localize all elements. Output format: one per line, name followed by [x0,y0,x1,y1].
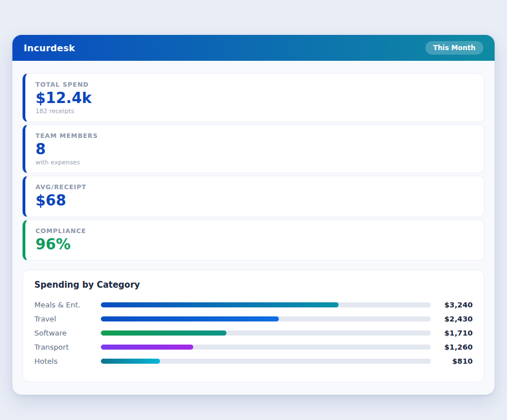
chart-row: Meals & Ent. $3,240 [34,298,473,312]
chart-category-label: Transport [34,343,101,351]
dashboard-panel: Incurdesk This Month TOTAL SPEND $12.4k … [12,35,495,395]
stats-list: TOTAL SPEND $12.4k 182 receipts TEAM MEM… [23,73,484,261]
chart-category-label: Travel [34,315,101,323]
chart-row: Transport $1,260 [34,340,473,354]
bar-fill [101,302,339,307]
stat-subtext: 182 receipts [35,108,474,115]
stat-card: AVG/RECEIPT $68 [23,176,484,217]
stat-value: 8 [35,141,474,158]
stat-value: $68 [35,192,474,209]
app-header: Incurdesk This Month [12,35,495,61]
spending-by-category-card: Spending by Category Meals & Ent. $3,240… [23,270,484,382]
chart-value-label: $810 [431,357,473,365]
chart-row: Travel $2,430 [34,312,473,326]
stat-value: $12.4k [35,90,474,107]
chart-value-label: $3,240 [431,301,473,309]
stat-label: AVG/RECEIPT [35,184,474,191]
stat-label: TEAM MEMBERS [35,132,474,140]
chart-category-label: Meals & Ent. [34,301,101,309]
bar-fill [101,345,193,350]
chart-row: Software $1,710 [34,326,473,340]
stat-card: COMPLIANCE 96% [23,220,484,261]
bar-fill [101,330,226,336]
stat-card: TEAM MEMBERS 8 with expenses [23,124,484,173]
chart-value-label: $1,260 [431,343,473,351]
bar-track [101,359,431,364]
bar-fill [101,359,160,364]
bar-track [101,302,431,307]
period-badge[interactable]: This Month [425,41,483,55]
chart-rows: Meals & Ent. $3,240 Travel $2,430 Softwa… [34,298,473,368]
chart-row: Hotels $810 [34,354,473,368]
dashboard-content: TOTAL SPEND $12.4k 182 receipts TEAM MEM… [12,61,495,395]
bar-fill [101,316,279,321]
stat-label: TOTAL SPEND [35,81,474,88]
chart-value-label: $1,710 [431,329,473,337]
bar-track [101,345,431,350]
chart-value-label: $2,430 [431,315,473,323]
stat-value: 96% [35,236,474,253]
chart-title: Spending by Category [34,280,473,290]
chart-category-label: Software [34,329,101,337]
chart-category-label: Hotels [34,357,101,365]
app-title: Incurdesk [24,43,75,53]
bar-track [101,316,431,321]
stat-card: TOTAL SPEND $12.4k 182 receipts [23,73,484,122]
stat-subtext: with expenses [35,159,474,166]
stat-label: COMPLIANCE [35,227,474,235]
bar-track [101,330,431,336]
